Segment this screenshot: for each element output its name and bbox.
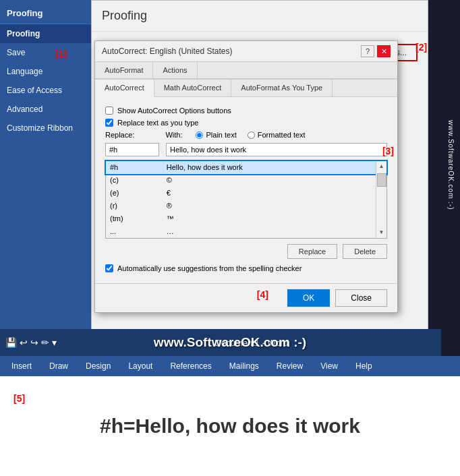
autocorrect-table-container: #hHello, how does it work(c)©(e)€(r)®(tm… — [105, 160, 387, 239]
taskbar-undo-icon[interactable]: ↩ — [20, 337, 28, 348]
tab-autocorrect[interactable]: AutoCorrect — [95, 80, 154, 97]
table-row[interactable]: (c)© — [106, 174, 386, 187]
dialog-close-button[interactable]: ✕ — [377, 45, 391, 57]
taskbar-area: 💾 ↩ ↪ ✏ ▾ Document1 - Word — [0, 329, 441, 356]
tab-math-autocorrect[interactable]: Math AutoCorrect — [154, 80, 232, 96]
replace-text-label: Replace text as you type — [117, 119, 198, 127]
delete-button[interactable]: Delete — [343, 244, 387, 259]
with-header-label: With: — [165, 131, 182, 139]
ribbon-tab-mailings[interactable]: Mailings — [221, 358, 267, 374]
replace-input[interactable] — [105, 143, 159, 156]
label-2: [2] — [415, 42, 427, 53]
taskbar-save-icon[interactable]: 💾 — [5, 337, 17, 348]
ribbon-tab-insert[interactable]: Insert — [3, 358, 40, 374]
table-row[interactable]: #hHello, how does it work — [106, 161, 386, 174]
tab-autoformat-as-you-type[interactable]: AutoFormat As You Type — [231, 80, 333, 96]
formatted-text-radio[interactable] — [248, 131, 255, 139]
taskbar-touch-icon[interactable]: ✏ — [41, 337, 49, 348]
show-autocorrect-label: Show AutoCorrect Options buttons — [117, 107, 231, 115]
sidebar: Proofing Proofing Save Language Ease of … — [0, 0, 91, 330]
formatted-text-label: Formatted text — [258, 131, 306, 139]
sidebar-item-language[interactable]: Language — [0, 62, 91, 81]
taskbar-icons: 💾 ↩ ↪ ✏ ▾ — [0, 337, 62, 348]
ribbon-tab-help[interactable]: Help — [347, 358, 380, 374]
taskbar-redo-icon[interactable]: ↪ — [30, 337, 38, 348]
label-1: [1] — [55, 49, 67, 59]
table-row[interactable]: (r)® — [106, 200, 386, 212]
taskbar-title: Document1 - Word — [62, 338, 441, 348]
scroll-up-icon[interactable]: ▲ — [379, 161, 384, 172]
autocorrect-dialog: AutoCorrect: English (United States) ? ✕… — [94, 40, 398, 313]
sidebar-item-ease-of-access[interactable]: Ease of Access — [0, 81, 91, 100]
ribbon-tab-design[interactable]: Design — [78, 358, 119, 374]
sidebar-title: Proofing — [0, 0, 91, 24]
table-row[interactable]: (e)€ — [106, 187, 386, 200]
sidebar-item-proofing[interactable]: Proofing — [0, 24, 91, 43]
sidebar-item-customize-ribbon[interactable]: Customize Ribbon — [0, 119, 91, 138]
with-input[interactable] — [166, 143, 387, 156]
tab-autoformat[interactable]: AutoFormat — [95, 62, 153, 78]
table-row[interactable]: ...… — [106, 225, 386, 238]
show-autocorrect-checkbox[interactable] — [105, 107, 113, 115]
auto-suggest-checkbox[interactable] — [105, 264, 113, 272]
replace-header-label: Replace: — [105, 131, 134, 139]
bottom-text: #h=Hello, how does it work — [100, 415, 360, 438]
show-autocorrect-row: Show AutoCorrect Options buttons — [105, 107, 387, 115]
dialog-help-button[interactable]: ? — [361, 45, 374, 57]
replace-with-header: Replace: With: Plain text Formatted text — [105, 131, 387, 139]
ribbon: Insert Draw Design Layout References Mai… — [0, 356, 460, 376]
ribbon-tab-layout[interactable]: Layout — [120, 358, 161, 374]
sidebar-item-save[interactable]: Save — [0, 43, 91, 62]
ok-button[interactable]: OK — [287, 289, 330, 307]
dialog-title: AutoCorrect: English (United States) — [102, 47, 232, 56]
dialog-titlebar: AutoCorrect: English (United States) ? ✕ — [95, 41, 397, 62]
ribbon-tab-references[interactable]: References — [162, 358, 219, 374]
sidebar-item-advanced[interactable]: Advanced — [0, 100, 91, 119]
ribbon-tab-review[interactable]: Review — [268, 358, 311, 374]
plain-text-radio[interactable] — [196, 131, 203, 139]
dialog-body: Show AutoCorrect Options buttons Replace… — [95, 97, 397, 283]
dialog-tab-bar-2: AutoCorrect Math AutoCorrect AutoFormat … — [95, 79, 397, 97]
bottom-content: [5] #h=Hello, how does it work — [0, 376, 460, 476]
plain-text-label: Plain text — [206, 131, 236, 139]
replace-button[interactable]: Replace — [287, 244, 337, 259]
label-3: [3] — [382, 146, 394, 156]
replace-text-row: Replace text as you type — [105, 119, 387, 127]
replace-text-checkbox[interactable] — [105, 119, 113, 127]
label-5: [5] — [13, 393, 25, 404]
scrollbar-thumb[interactable] — [377, 173, 386, 187]
side-watermark: www.SoftwareOK.com :-) — [441, 0, 460, 330]
autocorrect-table: #hHello, how does it work(c)©(e)€(r)®(tm… — [106, 161, 386, 238]
label-4: [4] — [257, 289, 268, 307]
table-scrollbar[interactable]: ▲ ▼ — [376, 161, 386, 238]
taskbar-more-icon[interactable]: ▾ — [52, 337, 57, 348]
dialog-tab-bar: AutoFormat Actions — [95, 62, 397, 79]
auto-suggest-row: Automatically use suggestions from the s… — [105, 264, 387, 272]
dialog-controls: ? ✕ — [361, 45, 391, 57]
tab-actions[interactable]: Actions — [153, 62, 197, 78]
options-header: Proofing — [92, 1, 428, 32]
scroll-down-icon[interactable]: ▼ — [379, 227, 384, 238]
ribbon-tab-draw[interactable]: Draw — [41, 358, 76, 374]
auto-suggest-label: Automatically use suggestions from the s… — [117, 264, 301, 272]
close-button[interactable]: Close — [335, 289, 387, 307]
replace-delete-row: Replace Delete — [105, 244, 387, 259]
replace-input-row — [105, 143, 387, 156]
table-row[interactable]: (tm)™ — [106, 212, 386, 225]
ribbon-tab-view[interactable]: View — [312, 358, 346, 374]
dialog-footer: [4] OK Close — [95, 283, 397, 312]
